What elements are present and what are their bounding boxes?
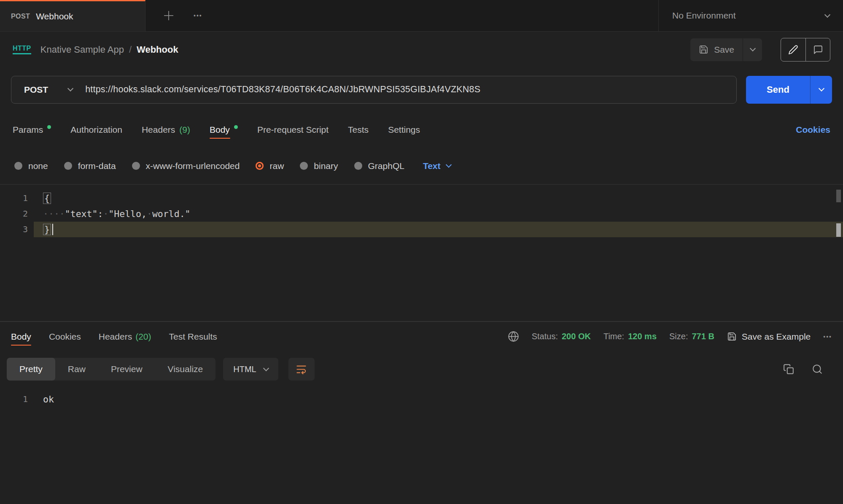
body-type-urlencoded-label: x-www-form-urlencoded	[146, 161, 240, 171]
send-button-group: Send	[746, 76, 832, 104]
body-type-form-data[interactable]: form-data	[64, 161, 116, 171]
view-visualize-button[interactable]: Visualize	[155, 358, 216, 381]
body-type-raw[interactable]: raw	[256, 161, 284, 171]
view-pretty-button[interactable]: Pretty	[7, 358, 55, 381]
json-key: "text":	[65, 209, 103, 219]
tab-tests[interactable]: Tests	[348, 112, 369, 147]
response-headers-count: (20)	[135, 332, 151, 342]
save-button[interactable]: Save	[690, 38, 743, 61]
chevron-down-icon	[445, 162, 451, 168]
view-raw-button[interactable]: Raw	[55, 358, 98, 381]
body-type-none-label: none	[28, 161, 48, 171]
request-header: HTTP Knative Sample App / Webhook Save	[0, 32, 843, 67]
save-icon	[727, 332, 737, 341]
pencil-icon	[788, 45, 798, 55]
chevron-down-icon	[818, 86, 824, 91]
response-view-group: Pretty Raw Preview Visualize	[7, 358, 215, 381]
url-bar: POST https://hooks.slack.com/services/T0…	[11, 76, 737, 104]
method-label: POST	[24, 85, 48, 95]
body-type-urlencoded[interactable]: x-www-form-urlencoded	[132, 161, 240, 171]
body-type-none[interactable]: none	[14, 161, 48, 171]
size-value: 771 B	[692, 332, 714, 341]
response-line-1: 1 ok	[0, 391, 843, 407]
radio-selected-icon	[256, 162, 264, 170]
open-brace: {	[43, 193, 51, 204]
response-tab-cookies[interactable]: Cookies	[49, 322, 81, 351]
response-tab-cookies-label: Cookies	[49, 332, 81, 342]
tab-pre-request-script[interactable]: Pre-request Script	[257, 112, 329, 147]
status-value: 200 OK	[562, 332, 591, 341]
response-body-viewer: 1 ok	[0, 387, 843, 407]
response-toolbar: Pretty Raw Preview Visualize HTML	[0, 351, 843, 387]
search-response-button[interactable]	[812, 364, 823, 375]
size-stat: Size: 771 B	[669, 332, 714, 341]
network-globe-icon[interactable]	[508, 331, 519, 342]
cookies-link[interactable]: Cookies	[796, 125, 830, 135]
editor-line-2[interactable]: 2 ····"text":·"Hello,·world."	[0, 206, 843, 222]
tab-strip-actions: •••	[145, 0, 658, 31]
url-bar-row: POST https://hooks.slack.com/services/T0…	[0, 67, 843, 112]
save-options-button[interactable]	[743, 38, 762, 61]
comments-button[interactable]	[805, 38, 830, 61]
wrap-lines-button[interactable]	[288, 358, 315, 381]
response-text: ok	[34, 391, 54, 407]
tab-settings[interactable]: Settings	[388, 112, 420, 147]
response-tab-headers-label: Headers	[99, 332, 132, 342]
chevron-down-icon	[67, 86, 73, 91]
tab-authorization[interactable]: Authorization	[70, 112, 122, 147]
more-options-icon: •••	[823, 333, 832, 340]
params-active-dot	[47, 125, 51, 129]
text-cursor	[52, 224, 53, 235]
json-value-part: world."	[152, 209, 191, 219]
time-value: 120 ms	[628, 332, 657, 341]
tab-pre-request-script-label: Pre-request Script	[257, 125, 329, 135]
response-tab-test-results-label: Test Results	[169, 332, 217, 342]
view-preview-button[interactable]: Preview	[98, 358, 155, 381]
line-number: 1	[0, 391, 34, 407]
body-type-graphql[interactable]: GraphQL	[354, 161, 404, 171]
body-active-dot	[234, 125, 238, 129]
editor-line-1[interactable]: 1 {	[0, 190, 843, 206]
editor-scrollbar-thumb[interactable]	[836, 190, 841, 202]
copy-response-button[interactable]	[783, 364, 794, 375]
url-input[interactable]: https://hooks.slack.com/services/T06TD83…	[85, 84, 480, 95]
tab-settings-label: Settings	[388, 125, 420, 135]
tab-body[interactable]: Body	[210, 112, 238, 147]
chevron-down-icon	[749, 46, 755, 51]
body-type-row: none form-data x-www-form-urlencoded raw…	[0, 147, 843, 184]
response-tab-body[interactable]: Body	[11, 322, 31, 351]
send-options-button[interactable]	[810, 76, 832, 104]
more-tabs-icon: •••	[194, 12, 202, 19]
whitespace-dot: ·	[147, 209, 152, 219]
line-number: 1	[0, 190, 34, 206]
request-body-editor[interactable]: 1 { 2 ····"text":·"Hello,·world." 3 }	[0, 184, 843, 322]
raw-language-selector[interactable]: Text	[423, 161, 451, 171]
tab-params[interactable]: Params	[13, 112, 51, 147]
response-format-selector[interactable]: HTML	[223, 358, 278, 381]
breadcrumb-collection[interactable]: Knative Sample App	[40, 44, 124, 55]
edit-request-button[interactable]	[781, 38, 805, 61]
body-type-binary[interactable]: binary	[300, 161, 338, 171]
search-icon	[812, 364, 823, 375]
method-selector[interactable]: POST	[11, 85, 85, 95]
send-button[interactable]: Send	[746, 76, 810, 104]
new-tab-button[interactable]	[162, 9, 175, 22]
response-options-button[interactable]: •••	[823, 333, 832, 340]
save-as-example-button[interactable]: Save as Example	[727, 332, 811, 342]
body-type-form-data-label: form-data	[78, 161, 116, 171]
request-tabs: Params Authorization Headers (9) Body Pr…	[0, 112, 843, 147]
tab-options-button[interactable]: •••	[194, 12, 202, 19]
chevron-down-icon	[824, 11, 830, 17]
tab-body-label: Body	[210, 125, 230, 135]
environment-selector[interactable]: No Environment	[658, 0, 843, 31]
tab-headers[interactable]: Headers (9)	[142, 112, 190, 147]
radio-icon	[300, 162, 308, 170]
response-tab-test-results[interactable]: Test Results	[169, 322, 217, 351]
size-label: Size:	[669, 332, 688, 341]
response-tab-headers[interactable]: Headers (20)	[99, 322, 151, 351]
editor-line-3-current[interactable]: 3 }	[0, 222, 843, 237]
request-tools-group	[781, 38, 830, 62]
breadcrumb-request-name[interactable]: Webhook	[137, 44, 178, 55]
status-stat: Status: 200 OK	[532, 332, 591, 341]
request-tab[interactable]: POST Webhook	[0, 0, 145, 31]
